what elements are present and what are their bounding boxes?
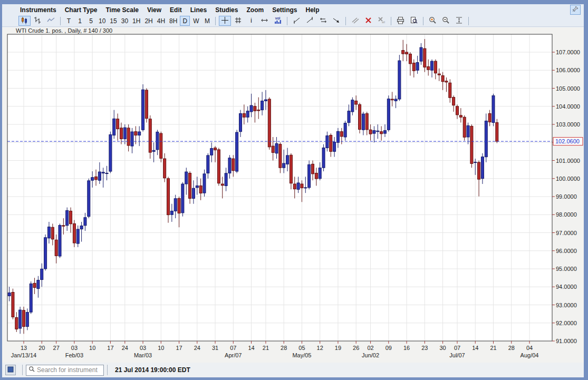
- candle-body: [26, 313, 28, 327]
- info-button[interactable]: i: [245, 16, 257, 26]
- candle-body: [268, 99, 271, 147]
- candle-body: [76, 229, 79, 243]
- candle-body: [261, 101, 264, 110]
- timeframe-w[interactable]: W: [191, 16, 201, 26]
- y-axis-label: 107.0000: [556, 49, 580, 55]
- candle-body: [312, 164, 314, 173]
- menu-instruments[interactable]: Instruments: [16, 5, 61, 15]
- y-axis-label: 98.0000: [556, 211, 577, 218]
- search-icon: [28, 365, 35, 375]
- x-axis-label: 03: [140, 345, 146, 351]
- print-button[interactable]: [394, 16, 407, 26]
- toolbar-separator: [287, 17, 287, 25]
- statusbar-separator: [107, 365, 108, 375]
- x-axis-month-label: Feb/03: [65, 352, 83, 358]
- y-axis-label: 96.0000: [556, 248, 577, 254]
- candle-body: [33, 283, 36, 287]
- x-axis-label: 21: [263, 345, 269, 351]
- channel-button[interactable]: [317, 16, 329, 26]
- menu-time-scale[interactable]: Time Scale: [101, 5, 142, 15]
- crosshair-button[interactable]: [219, 16, 231, 26]
- menu-lines[interactable]: Lines: [186, 5, 211, 15]
- candle-body: [145, 90, 148, 119]
- print-preview-button[interactable]: [408, 16, 420, 26]
- volume-button[interactable]: vol: [272, 16, 284, 26]
- candle-body: [174, 199, 177, 211]
- candle-body: [308, 164, 311, 187]
- candle-body: [170, 211, 173, 215]
- candle-body: [73, 223, 75, 243]
- timeframe-2h[interactable]: 2H: [143, 16, 154, 26]
- timeframe-d[interactable]: D: [180, 16, 190, 26]
- parallel-lines-button[interactable]: [349, 16, 361, 26]
- timeframe-4h[interactable]: 4H: [156, 16, 167, 26]
- x-axis-label: 17: [107, 345, 113, 351]
- timeframe-10[interactable]: 10: [97, 16, 107, 26]
- timeframe-t[interactable]: T: [64, 16, 74, 26]
- search-input[interactable]: [37, 366, 99, 374]
- candle-body: [30, 284, 32, 312]
- y-axis-label: 100.0000: [556, 176, 580, 182]
- timeframe-m[interactable]: M: [202, 16, 212, 26]
- candle-body: [467, 125, 469, 137]
- arrow-line-button[interactable]: [330, 16, 342, 26]
- ohlc-bars-button[interactable]: [32, 16, 44, 26]
- line-chart-button[interactable]: [45, 16, 57, 26]
- candle-body: [203, 174, 206, 193]
- menu-settings[interactable]: Settings: [268, 5, 301, 15]
- x-axis-label: 24: [194, 345, 200, 351]
- candle-body: [192, 188, 195, 198]
- timeframe-1[interactable]: 1: [75, 16, 85, 26]
- menu-chart-type[interactable]: Chart Type: [61, 5, 102, 15]
- menu-help[interactable]: Help: [301, 5, 323, 15]
- y-axis-label: 104.0000: [556, 103, 580, 110]
- x-axis-label: 19: [335, 345, 341, 351]
- timeframe-1h[interactable]: 1H: [131, 16, 142, 26]
- zoom-in-button[interactable]: [427, 16, 439, 26]
- candle-body: [181, 184, 184, 213]
- fit-vertical-button[interactable]: [453, 16, 465, 26]
- candlestick-button[interactable]: [18, 16, 31, 26]
- candle-body: [142, 90, 144, 130]
- search-box[interactable]: [26, 365, 104, 376]
- candle-body: [434, 61, 437, 73]
- delete-button[interactable]: [362, 16, 374, 26]
- instrument-button[interactable]: [5, 365, 16, 375]
- x-axis-label: 12: [317, 345, 323, 351]
- x-axis-label: 28: [281, 345, 287, 351]
- x-axis-label: 23: [421, 345, 428, 351]
- delete-all-button[interactable]: all: [375, 16, 388, 26]
- menu-edit[interactable]: Edit: [166, 5, 186, 15]
- horizontal-scroll-button[interactable]: [258, 16, 271, 26]
- menu-studies[interactable]: Studies: [211, 5, 242, 15]
- trendline-button[interactable]: [291, 16, 303, 26]
- x-axis-label: 31: [212, 345, 218, 351]
- timeframe-8h[interactable]: 8H: [168, 16, 179, 26]
- zoom-out-button[interactable]: [440, 16, 452, 26]
- candle-body: [293, 184, 296, 189]
- candle-body: [199, 186, 202, 193]
- candle-body: [257, 110, 260, 111]
- candle-body: [478, 162, 480, 179]
- menu-view[interactable]: View: [143, 5, 166, 15]
- timeframe-15[interactable]: 15: [108, 16, 118, 26]
- timeframe-30[interactable]: 30: [120, 16, 130, 26]
- ray-line-icon: [305, 16, 314, 26]
- ray-line-button[interactable]: [304, 16, 316, 26]
- delete-icon: [364, 16, 373, 26]
- menu-zoom[interactable]: Zoom: [242, 5, 268, 15]
- toolbar-separator: [60, 17, 61, 25]
- toolbar-separator: [345, 17, 346, 25]
- timeframe-5[interactable]: 5: [86, 16, 96, 26]
- candle-body: [398, 61, 401, 99]
- chart-region: WTI Crude 1. pos. , Daily, # 140 / 300 1…: [2, 27, 584, 363]
- grid-button[interactable]: [232, 16, 244, 26]
- candle-body: [286, 155, 289, 164]
- candlestick-chart[interactable]: 107.0000106.0000105.0000104.0000103.0000…: [2, 27, 584, 363]
- pin-button[interactable]: [570, 5, 581, 15]
- statusbar-separator: [22, 365, 23, 375]
- svg-text:i: i: [251, 16, 253, 24]
- x-axis-label: 20: [38, 345, 45, 351]
- x-axis-label: 14: [248, 345, 254, 351]
- candle-body: [109, 135, 112, 172]
